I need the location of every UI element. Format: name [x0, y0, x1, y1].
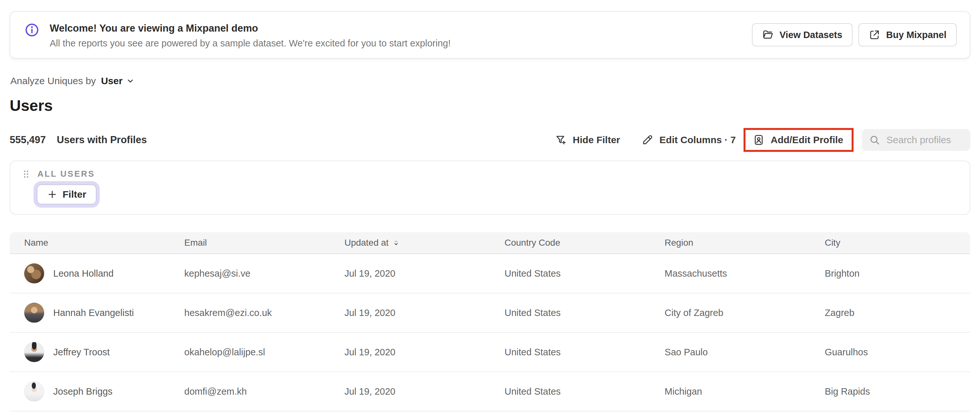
banner-subtitle: All the reports you see are powered by a… [50, 38, 451, 49]
buy-mixpanel-button[interactable]: Buy Mixpanel [858, 23, 957, 46]
table-row[interactable]: Leona Holland kephesaj@si.ve Jul 19, 202… [10, 254, 970, 293]
user-email: kephesaj@si.ve [170, 268, 330, 279]
user-city: Brighton [810, 268, 970, 279]
user-country: United States [490, 347, 650, 358]
column-header-updated-at[interactable]: Updated at [330, 238, 490, 248]
folder-icon [762, 29, 774, 41]
sort-icon [392, 239, 400, 247]
drag-handle-icon[interactable] [21, 169, 31, 179]
analyze-by-value: User [101, 75, 123, 86]
filter-funnel-icon [555, 134, 567, 146]
user-updated-at: Jul 19, 2020 [330, 386, 490, 397]
column-header-name[interactable]: Name [10, 238, 170, 248]
user-city: Big Rapids [810, 386, 970, 397]
profiles-table: Name Email Updated at Country Code Regio… [10, 232, 970, 411]
avatar [24, 381, 44, 401]
user-email: hesakrem@ezi.co.uk [170, 308, 330, 318]
user-country: United States [490, 308, 650, 318]
table-row[interactable]: Hannah Evangelisti hesakrem@ezi.co.uk Ju… [10, 293, 970, 333]
user-updated-at: Jul 19, 2020 [330, 308, 490, 318]
user-country: United States [490, 386, 650, 397]
user-region: Massachusetts [650, 268, 810, 279]
profiles-count: 555,497 [10, 134, 46, 146]
summary-toolbar-row: 555,497 Users with Profiles Hide Filter … [10, 127, 970, 153]
profile-badge-icon [752, 134, 765, 146]
welcome-banner: Welcome! You are viewing a Mixpanel demo… [10, 11, 970, 59]
add-edit-profile-label: Add/Edit Profile [771, 135, 843, 146]
user-region: Sao Paulo [650, 347, 810, 358]
user-email: domfi@zem.kh [170, 386, 330, 397]
hide-filter-label: Hide Filter [573, 135, 620, 146]
edit-columns-button[interactable]: Edit Columns · 7 [641, 134, 736, 146]
view-datasets-label: View Datasets [780, 30, 843, 40]
user-updated-at: Jul 19, 2020 [330, 347, 490, 358]
table-row[interactable]: Joseph Briggs domfi@zem.kh Jul 19, 2020 … [10, 372, 970, 411]
search-profiles-box [862, 129, 970, 151]
user-country: United States [490, 268, 650, 279]
edit-columns-label: Edit Columns · 7 [659, 135, 736, 146]
user-name: Leona Holland [53, 268, 113, 279]
user-city: Guarulhos [810, 347, 970, 358]
view-datasets-button[interactable]: View Datasets [752, 23, 853, 46]
page-title: Users [10, 97, 52, 114]
avatar [24, 342, 44, 362]
user-region: City of Zagreb [650, 308, 810, 318]
analyze-uniques-label: Analyze Uniques by [10, 75, 96, 86]
search-icon [869, 135, 880, 146]
user-email: okahelop@lalijpe.sl [170, 347, 330, 358]
user-updated-at: Jul 19, 2020 [330, 268, 490, 279]
table-row[interactable]: Jeffrey Troost okahelop@lalijpe.sl Jul 1… [10, 333, 970, 372]
column-header-region[interactable]: Region [650, 238, 810, 248]
column-header-city[interactable]: City [810, 238, 970, 248]
chevron-down-icon [126, 76, 135, 86]
column-header-country-code[interactable]: Country Code [490, 238, 650, 248]
table-toolbar: Hide Filter Edit Columns · 7 [555, 128, 970, 152]
profiles-count-label: Users with Profiles [57, 134, 147, 146]
column-header-email[interactable]: Email [170, 238, 330, 248]
search-profiles-input[interactable] [886, 134, 963, 146]
user-region: Michigan [650, 386, 810, 397]
add-edit-profile-button[interactable]: Add/Edit Profile [752, 134, 843, 146]
analyze-by-dropdown[interactable]: User [101, 75, 135, 86]
external-link-icon [869, 29, 880, 41]
filter-panel: ALL USERS Filter [10, 160, 970, 215]
filter-group-label: ALL USERS [37, 169, 95, 179]
annotation-highlight-box: Add/Edit Profile [743, 128, 854, 152]
avatar [24, 263, 44, 284]
pencil-icon [641, 134, 654, 146]
add-filter-label: Filter [62, 189, 86, 200]
add-filter-button[interactable]: Filter [37, 184, 97, 205]
buy-mixpanel-label: Buy Mixpanel [886, 30, 947, 40]
user-name: Hannah Evangelisti [53, 308, 134, 318]
plus-icon [47, 189, 57, 200]
table-header-row: Name Email Updated at Country Code Regio… [10, 232, 970, 254]
analyze-row: Analyze Uniques by User [10, 75, 135, 86]
user-name: Jeffrey Troost [53, 347, 110, 358]
hide-filter-button[interactable]: Hide Filter [555, 134, 620, 146]
user-name: Joseph Briggs [53, 386, 113, 397]
user-city: Zagreb [810, 308, 970, 318]
avatar [24, 303, 44, 323]
banner-title: Welcome! You are viewing a Mixpanel demo [50, 22, 451, 34]
info-icon [24, 22, 39, 37]
